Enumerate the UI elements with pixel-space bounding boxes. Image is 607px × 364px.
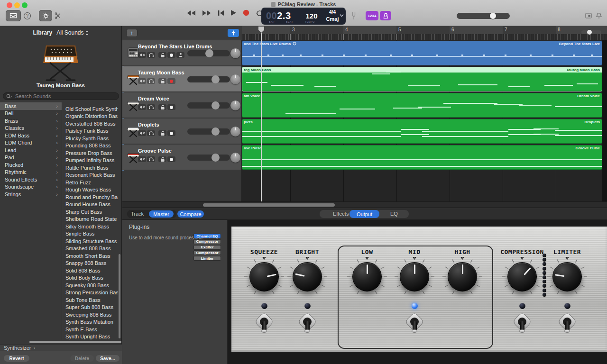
lock-button[interactable]	[158, 130, 166, 136]
track-volume-slider[interactable]	[187, 128, 230, 135]
solo-button[interactable]	[147, 104, 155, 110]
compare-button[interactable]: Compare	[177, 210, 204, 218]
solo-button[interactable]	[147, 156, 155, 162]
monitor-button[interactable]	[167, 130, 175, 136]
track-volume-thumb[interactable]	[212, 101, 220, 109]
sound-filter-select[interactable]: All Sounds	[56, 29, 88, 36]
category-item-lead[interactable]: Lead›	[0, 146, 62, 154]
monitor-button[interactable]	[167, 104, 175, 110]
master-volume-thumb[interactable]	[490, 13, 496, 19]
mute-button[interactable]	[138, 104, 146, 110]
patch-item[interactable]: Pressure Drop Bass	[63, 149, 118, 157]
lcd-chevron-down-icon[interactable]	[340, 14, 344, 17]
plugin-slot-compressor[interactable]: Compressor	[193, 250, 221, 255]
patch-item[interactable]: Plucky Synth Bass	[63, 135, 118, 142]
category-item-pad[interactable]: Pad›	[0, 154, 62, 162]
track-volume-slider[interactable]	[187, 155, 230, 161]
category-item-classics[interactable]: Classics›	[0, 125, 62, 132]
patch-item[interactable]: Rattle Punch Bass	[63, 164, 118, 172]
switch-bright[interactable]	[299, 314, 315, 335]
go-to-beginning-button[interactable]	[218, 10, 224, 16]
mute-button[interactable]	[138, 130, 146, 136]
category-item-brass[interactable]: Brass›	[0, 117, 62, 125]
switch-squeeze[interactable]	[256, 314, 272, 335]
smart-controls-button[interactable]	[39, 10, 52, 21]
category-item-edm-chord[interactable]: EDM Chord›	[0, 139, 62, 147]
patch-item[interactable]: Resonant Pluck Bass	[63, 172, 118, 179]
track-volume-thumb[interactable]	[212, 154, 220, 162]
switch-limiter[interactable]	[559, 314, 575, 335]
patch-item[interactable]: Rough Waves Bass	[63, 186, 118, 194]
tab-output[interactable]: Output	[349, 210, 379, 218]
solo-button[interactable]	[147, 130, 155, 136]
lcd-display[interactable]: 002.3 BAR BEAT 120 TEMPO 4/4 Cmaj	[261, 8, 346, 25]
tab-track[interactable]: Track	[131, 211, 144, 217]
track-volume-thumb[interactable]	[212, 127, 220, 136]
master-volume-slider[interactable]	[457, 13, 510, 19]
solo-button[interactable]	[147, 52, 155, 58]
patch-item[interactable]: Solid Body Bass	[63, 274, 118, 282]
tuner-icon[interactable]	[351, 12, 356, 20]
tab-effects[interactable]: Effects	[333, 211, 349, 217]
category-item-plucked[interactable]: Plucked›	[0, 161, 62, 169]
save-button[interactable]: Save...	[96, 355, 120, 362]
category-item-bell[interactable]: Bell›	[0, 110, 62, 118]
quick-help-button[interactable]: ?	[23, 11, 31, 20]
patch-item[interactable]: Silky Smooth Bass	[63, 223, 118, 230]
monitor-button[interactable]	[167, 52, 175, 58]
patch-item[interactable]: Sharp Cut Bass	[63, 208, 118, 216]
patch-item[interactable]: Super Sub 808 Bass	[63, 304, 118, 311]
search-field[interactable]	[3, 92, 119, 100]
lock-button[interactable]	[158, 52, 166, 58]
mute-button[interactable]	[138, 52, 146, 58]
category-item-strings[interactable]: Strings›	[0, 191, 62, 198]
mute-button[interactable]	[138, 78, 146, 84]
region-beyond-the-stars-live[interactable]: ond The Stars Live DrumsBeyond The Stars…	[242, 41, 602, 65]
library-toggle-button[interactable]	[6, 10, 21, 21]
track-header-3[interactable]: Dream Voice	[122, 92, 242, 118]
patch-item[interactable]: Synth E-Bass	[63, 326, 118, 333]
lock-button[interactable]	[158, 104, 166, 110]
plugin-slot-channel-eq[interactable]: Channel EQ	[193, 234, 221, 238]
record-button[interactable]	[243, 9, 249, 16]
lock-button[interactable]	[158, 156, 166, 162]
track-header-5[interactable]: Groove Pulse	[122, 145, 242, 170]
patch-item[interactable]: Synth Upright Bass	[63, 333, 118, 341]
patch-item[interactable]: Synth Bass Mutation	[63, 318, 118, 326]
track-volume-slider[interactable]	[187, 50, 230, 56]
count-in-button[interactable]: 1234	[366, 11, 378, 20]
track-volume-slider[interactable]	[187, 102, 230, 109]
category-item-edm-bass[interactable]: EDM Bass›	[0, 132, 62, 139]
category-item-bass[interactable]: Bass›	[0, 102, 62, 110]
plugin-slot-limiter[interactable]: Limiter	[193, 256, 221, 261]
drummer-button[interactable]	[176, 52, 184, 58]
patch-item[interactable]: Shelburne Road State Ba...	[63, 216, 118, 223]
switch-compression[interactable]	[514, 314, 530, 335]
track-pan-knob[interactable]	[230, 100, 240, 110]
tab-eq[interactable]: EQ	[390, 211, 398, 217]
editors-button[interactable]	[54, 11, 62, 20]
track-header-1[interactable]: Beyond The Stars Live Drums	[122, 40, 242, 66]
track-pan-knob[interactable]	[230, 48, 240, 58]
track-volume-thumb[interactable]	[205, 49, 213, 57]
search-input[interactable]	[14, 93, 116, 100]
mute-button[interactable]	[138, 156, 146, 162]
track-pan-knob[interactable]	[230, 153, 240, 163]
library-horizontal-scrollbar[interactable]	[29, 341, 121, 343]
region-droplets[interactable]: pletsDroplets	[242, 119, 602, 144]
patch-item[interactable]: Retro Fuzz	[63, 179, 118, 186]
track-pan-knob[interactable]	[230, 74, 240, 84]
category-item-rhythmic[interactable]: Rhythmic›	[0, 169, 62, 176]
region-dream-voice[interactable]: am VoiceDream Voice	[242, 93, 602, 118]
track-header-2[interactable]: Taureg Moon Bass	[122, 66, 242, 92]
region-taureg-moon-bass[interactable]: reg Moon BassTaureg Moon Bass	[242, 67, 602, 91]
patch-item[interactable]: Sweeping 808 Bass	[63, 311, 118, 318]
patch-item[interactable]: Snappy 808 Bass	[63, 260, 118, 267]
display-mode-icon[interactable]	[585, 13, 592, 18]
tracks-horizontal-scrollbar[interactable]	[122, 201, 607, 208]
track-volume-slider[interactable]	[187, 76, 230, 82]
tab-master[interactable]: Master	[149, 210, 174, 218]
track-volume-thumb[interactable]	[212, 75, 220, 83]
timeline-ruler[interactable]: 345678	[242, 26, 607, 40]
category-item-sound-effects[interactable]: Sound Effects›	[0, 176, 62, 183]
